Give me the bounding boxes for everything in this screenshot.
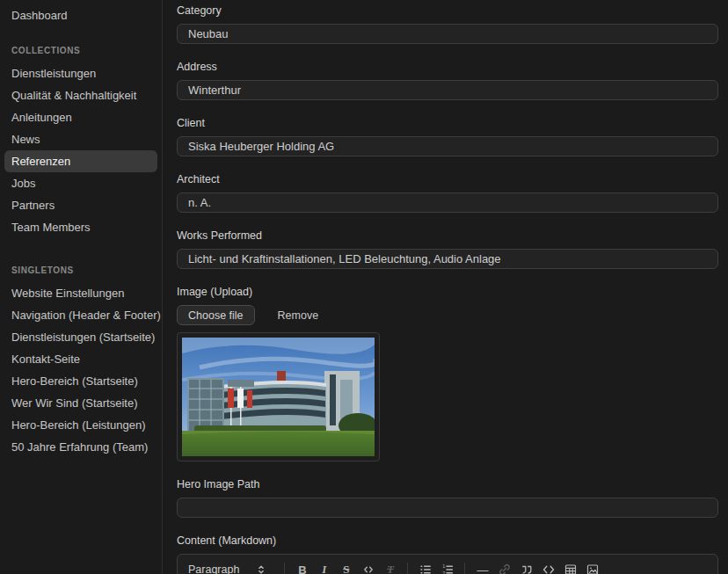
- address-input[interactable]: [177, 80, 718, 100]
- field-client: Client: [177, 117, 718, 156]
- sidebar-item-kontakt-seite[interactable]: Kontakt-Seite: [4, 348, 157, 370]
- italic-button[interactable]: I: [313, 559, 335, 574]
- code-block-button[interactable]: [537, 559, 559, 574]
- toolbar-divider: [284, 563, 285, 574]
- block-type-label: Paragraph: [188, 563, 239, 574]
- bold-icon: B: [298, 563, 306, 574]
- block-type-select[interactable]: Paragraph: [188, 563, 267, 574]
- clear-formatting-icon: T: [387, 563, 394, 574]
- sidebar-item-label: Referenzen: [11, 155, 70, 168]
- table-button[interactable]: [559, 559, 581, 574]
- bullet-list-button[interactable]: [414, 559, 436, 574]
- bold-button[interactable]: B: [291, 559, 313, 574]
- field-image-upload: Image (Upload) Choose file Remove: [177, 286, 718, 461]
- sidebar-item-label: Dienstleistungen: [11, 67, 96, 80]
- sidebar-item-label: Partners: [11, 199, 55, 212]
- field-architect: Architect: [177, 173, 718, 213]
- client-label: Client: [177, 117, 718, 129]
- sidebar-item-website-einstellungen[interactable]: Website Einstellungen: [4, 282, 157, 304]
- image-preview: [177, 332, 380, 461]
- ordered-list-button[interactable]: 12: [436, 559, 458, 574]
- image-button[interactable]: [581, 559, 603, 574]
- works-performed-input[interactable]: [177, 249, 718, 269]
- sidebar-item-team-members[interactable]: Team Members: [4, 216, 157, 238]
- architect-label: Architect: [177, 173, 718, 185]
- sidebar-item-50-jahre-erfahrung-team[interactable]: 50 Jahre Erfahrung (Team): [4, 436, 157, 458]
- sidebar-item-label: Team Members: [11, 221, 91, 234]
- link-button[interactable]: [493, 559, 515, 574]
- markdown-toolbar: Paragraph BIST 12: [178, 555, 717, 574]
- architect-input[interactable]: [177, 193, 718, 213]
- sidebar-item-hero-bereich-startseite[interactable]: Hero-Bereich (Startseite): [4, 370, 157, 392]
- toolbar-group-insert: —: [471, 559, 603, 574]
- sidebar-item-jobs[interactable]: Jobs: [4, 172, 157, 194]
- svg-text:1: 1: [442, 563, 445, 569]
- field-content-markdown: Content (Markdown) Paragraph BIST: [177, 534, 718, 574]
- sidebar-item-label: Navigation (Header & Footer): [11, 309, 161, 322]
- works-performed-label: Works Performed: [177, 229, 718, 242]
- choose-file-button[interactable]: Choose file: [177, 305, 255, 325]
- blockquote-icon: [520, 563, 534, 574]
- italic-icon: I: [322, 563, 326, 574]
- sidebar-section-title-collections: COLLECTIONS: [4, 42, 157, 59]
- category-label: Category: [177, 4, 718, 17]
- toolbar-group-lists: 12: [414, 559, 458, 574]
- sidebar-item-qualitaet-nachhaltigkeit[interactable]: Qualität & Nachhaltigkeit: [4, 84, 157, 106]
- sidebar-item-hero-bereich-leistungen[interactable]: Hero-Bereich (Leistungen): [4, 414, 157, 436]
- sidebar-item-label: Anleitungen: [11, 111, 72, 124]
- horizontal-rule-button[interactable]: —: [471, 559, 493, 574]
- chevron-up-down-icon: [255, 563, 267, 574]
- sidebar-item-navigation-header-footer[interactable]: Navigation (Header & Footer): [4, 304, 157, 326]
- field-category: Category: [177, 4, 718, 44]
- sidebar-collections-list: Dienstleistungen Qualität & Nachhaltigke…: [0, 62, 162, 238]
- hero-image-path-label: Hero Image Path: [177, 478, 718, 490]
- content-markdown-label: Content (Markdown): [177, 534, 718, 547]
- strikethrough-button[interactable]: S: [335, 559, 357, 574]
- link-icon: [498, 563, 512, 574]
- address-label: Address: [177, 61, 718, 73]
- sidebar-item-dienstleistungen-startseite[interactable]: Dienstleistungen (Startseite): [4, 326, 157, 348]
- client-input[interactable]: [177, 136, 718, 156]
- sidebar-item-referenzen[interactable]: Referenzen: [4, 150, 157, 172]
- sidebar-item-partners[interactable]: Partners: [4, 194, 157, 216]
- sidebar-item-label: Wer Wir Sind (Startseite): [11, 396, 138, 410]
- sidebar-item-dashboard[interactable]: Dashboard: [4, 4, 157, 26]
- sidebar-item-label: Website Einstellungen: [11, 287, 124, 300]
- sidebar-item-label: Dienstleistungen (Startseite): [11, 331, 155, 344]
- toolbar-divider: [407, 563, 408, 574]
- sidebar-item-label: Qualität & Nachhaltigkeit: [11, 89, 136, 102]
- hero-image-path-input[interactable]: [177, 498, 718, 518]
- horizontal-rule-icon: —: [477, 563, 488, 574]
- inline-code-icon: [361, 563, 375, 574]
- sidebar-item-label: Dashboard: [11, 9, 68, 22]
- sidebar-item-label: Hero-Bereich (Startseite): [11, 374, 138, 388]
- remove-file-button[interactable]: Remove: [278, 309, 319, 322]
- table-icon: [564, 563, 578, 574]
- sidebar-item-wer-wir-sind-startseite[interactable]: Wer Wir Sind (Startseite): [4, 392, 157, 414]
- clear-formatting-button[interactable]: T: [379, 559, 401, 574]
- entry-form: Category Address Client Architect Works …: [164, 0, 728, 574]
- sidebar-section-title-singletons: SINGLETONS: [4, 262, 157, 279]
- sidebar-item-dienstleistungen[interactable]: Dienstleistungen: [4, 62, 157, 84]
- inline-code-button[interactable]: [357, 559, 379, 574]
- sidebar-item-label: Jobs: [11, 177, 35, 190]
- sidebar-item-label: Kontakt-Seite: [11, 352, 80, 366]
- toolbar-divider: [464, 563, 465, 574]
- sidebar-item-anleitungen[interactable]: Anleitungen: [4, 106, 157, 128]
- toolbar-group-format: BIST: [291, 559, 401, 574]
- markdown-editor: Paragraph BIST 12: [177, 554, 718, 574]
- field-address: Address: [177, 61, 718, 100]
- svg-text:2: 2: [442, 570, 445, 574]
- sidebar-item-label: News: [11, 133, 40, 146]
- sidebar: Dashboard COLLECTIONS Dienstleistungen Q…: [0, 0, 163, 574]
- sidebar-item-news[interactable]: News: [4, 128, 157, 150]
- image-upload-label: Image (Upload): [177, 286, 718, 298]
- strikethrough-icon: S: [343, 563, 349, 574]
- field-hero-image-path: Hero Image Path: [177, 478, 718, 518]
- building-photo-image: [182, 338, 375, 456]
- category-input[interactable]: [177, 24, 718, 44]
- image-icon: [586, 563, 600, 574]
- blockquote-button[interactable]: [515, 559, 537, 574]
- sidebar-item-label: Hero-Bereich (Leistungen): [11, 418, 145, 432]
- sidebar-singletons-list: Website Einstellungen Navigation (Header…: [0, 282, 162, 458]
